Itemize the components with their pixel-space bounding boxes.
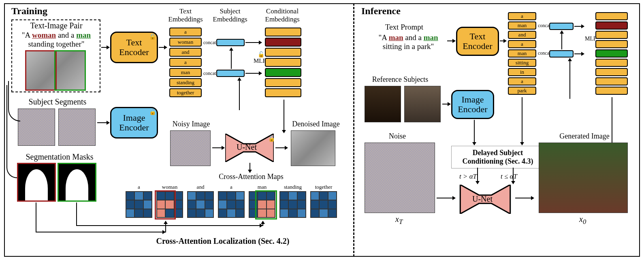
arrow-inf-enc-tokens	[500, 40, 506, 41]
training-heading: Training	[11, 6, 47, 17]
itok-a3: a	[508, 77, 536, 85]
tok-man: man	[169, 68, 202, 77]
inference-prompt: "A man and a man sitting in a park"	[368, 33, 449, 51]
arrow-cond-to-unet	[284, 100, 284, 133]
unet-label: U-Net	[237, 143, 257, 152]
arrow-subj1-cond	[245, 42, 262, 43]
denoised-label: Denoised Image	[288, 120, 344, 128]
itok-a2: a	[508, 40, 536, 48]
mask-man-box	[58, 163, 96, 202]
amap-together-lbl: together	[310, 184, 337, 190]
icond-sitting	[595, 59, 628, 67]
prompt-man: man	[76, 31, 91, 39]
arrow-text-dsc	[522, 97, 522, 145]
arrow-noise-unet	[437, 198, 455, 198]
mask-woman-to-map	[36, 232, 165, 232]
noise-image	[365, 143, 435, 213]
unlock-icon-imgenc: 🔓	[149, 109, 156, 115]
amap-woman-lbl: woman	[156, 184, 183, 190]
cond-a2	[265, 58, 301, 67]
arrow-seg-to-imgenc	[97, 122, 109, 123]
text-emb-label: TextEmbeddings	[165, 7, 206, 23]
inf-cond-embeddings	[595, 12, 628, 95]
amap-a2: a	[218, 184, 245, 218]
itok-in: in	[508, 68, 536, 76]
itok-and: and	[508, 31, 536, 39]
x0-sub: 0	[583, 218, 586, 226]
seg-masks-label: Segmentation Masks	[21, 152, 98, 162]
noise-label: Noise	[389, 132, 406, 141]
amap-man-lbl: man	[249, 184, 275, 190]
inf-m1: man	[389, 33, 403, 42]
inf-text-encoder: Text Encoder	[456, 27, 499, 56]
inf-text-encoder-label: Text Encoder	[457, 32, 498, 51]
arrow-up-subj	[231, 48, 232, 69]
mask-woman-up	[165, 221, 166, 232]
arrow-infprompt-enc	[447, 40, 455, 41]
icond-a3	[595, 77, 628, 85]
mask-man-to-map	[76, 225, 262, 226]
subj-emb-1	[216, 39, 245, 46]
itok-a: a	[508, 12, 536, 20]
amap-a2-lbl: a	[218, 184, 245, 190]
unlock-icon-mlp: 🔓	[258, 51, 264, 58]
subj-emb-2	[216, 70, 245, 77]
icond-man	[595, 21, 628, 30]
inference-heading: Inference	[361, 6, 401, 17]
cond1-label: t > αT	[459, 173, 477, 181]
amap-and: and	[187, 184, 214, 218]
arrow-up-from-imgenc	[239, 78, 240, 110]
x0-label: x0	[579, 215, 586, 226]
section-divider	[353, 3, 354, 257]
tok-standing: standing	[169, 78, 202, 87]
inf-text-embeddings: a man and a man sitting in a park	[508, 12, 536, 95]
text-prompt-label: Text Prompt	[380, 23, 429, 32]
amap-together: together	[310, 184, 337, 218]
text-encoder-label: Text Encoder	[111, 38, 157, 57]
cond-emb-label: ConditionalEmbeddings	[260, 7, 305, 23]
ref-subj-label: Reference Subjects	[364, 75, 437, 84]
arrow-inf-up1	[561, 31, 562, 49]
arrow-noisy-unet	[212, 147, 224, 148]
prompt-post: standing together"	[28, 40, 84, 48]
inf-pre: "A	[378, 33, 388, 42]
arrow-ref-imgenc	[442, 104, 450, 104]
itok-park: park	[508, 87, 536, 95]
cam-label: Cross-Attention Maps	[211, 173, 292, 181]
x0: x	[579, 215, 583, 224]
subject-segments-label: Subject Segments	[25, 97, 90, 107]
image-encoder-label: Image Encoder	[111, 113, 157, 132]
xT-sub: T	[399, 218, 403, 226]
concat-1: concat.	[203, 40, 217, 46]
amap-a: a	[126, 184, 152, 218]
mask-woman-box	[17, 163, 56, 202]
icond-man2	[595, 49, 628, 58]
icond-a2	[595, 40, 628, 48]
amap-and-lbl: and	[187, 184, 214, 190]
unet-inference: U-Net	[457, 185, 514, 214]
icond-a	[595, 12, 628, 20]
dsc-box: Delayed Subject Conditioning (Sec. 4.3)	[451, 146, 544, 168]
arrow-dsc-unet-1	[477, 168, 478, 184]
arrow-enc-to-tokens	[159, 47, 167, 48]
cond-standing	[265, 78, 301, 87]
noisy-image	[170, 130, 211, 166]
lock-icon: 🔒	[149, 33, 156, 40]
amap-woman-redbox	[155, 190, 176, 220]
inf-image-encoder-label: Image Encoder	[452, 95, 493, 114]
cond-and	[265, 48, 301, 57]
arrow-unet-to-maps	[249, 163, 250, 173]
segment-man	[58, 109, 96, 146]
inf-mid: and a	[403, 33, 424, 42]
curve-to-masks	[6, 85, 17, 178]
xT: x	[395, 215, 399, 224]
ref-img-1	[365, 86, 401, 122]
arrow-inf-s2	[574, 53, 584, 54]
arrow-prompt-to-enc	[101, 47, 109, 48]
unlock-icon-unet: 🔓	[268, 135, 275, 142]
icond-and	[595, 31, 628, 39]
inf-image-encoder: Image Encoder	[451, 90, 494, 119]
arrow-unet-denoised	[275, 147, 288, 148]
gen-label: Generated Image	[550, 132, 619, 141]
cal-label: Cross-Attention Localization (Sec. 4.2)	[138, 237, 308, 246]
